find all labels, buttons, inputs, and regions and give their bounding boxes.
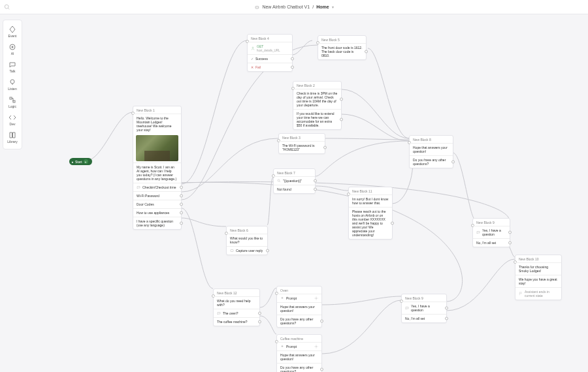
message-row[interactable]: If you would like to extend your time he… [293,109,341,129]
choice-row[interactable]: Wi-Fi Password [133,191,181,200]
svg-rect-14 [231,250,233,252]
block-7[interactable]: New Block 7 "{{question}}" Not found [273,168,316,194]
message-row[interactable]: Do you have any other questions? [277,315,321,327]
search-icon [277,179,281,183]
capture-row[interactable]: Capture user reply [227,246,267,255]
block-5[interactable]: New Block 5 The front door code is 1612.… [318,35,367,60]
search-icon[interactable] [4,4,10,10]
logic-icon [8,96,16,104]
block-title: New Block 9 [402,294,446,302]
api-get-row[interactable]: GEThost_details_URL [248,42,292,54]
fail-row[interactable]: ✕Fail [248,63,292,71]
svg-point-11 [252,47,253,48]
block-oven[interactable]: Oven Prompt Hope that answers your quest… [276,286,322,328]
message-row[interactable]: My name is Scott. I am an AI agent, how … [133,163,181,183]
query-row[interactable]: "{{question}}" [274,176,315,185]
svg-point-16 [316,346,317,347]
block-9[interactable]: New Block 9 Yes, I have a question No, I… [472,218,510,247]
choice-row[interactable]: I have a specific question (use any lang… [133,217,181,229]
settings-icon[interactable] [314,345,318,349]
bubble-icon [476,230,480,234]
notfound-row[interactable]: Not found [274,185,315,193]
message-row[interactable]: The front door code is 1612. The back do… [318,43,366,59]
sidebar-item-logic[interactable]: Logic [3,93,22,111]
block-title: New Block 10 [515,255,561,262]
block-12[interactable]: New Block 12 What do you need help with?… [213,288,260,326]
message-row[interactable]: Do you have any other questions? [277,363,321,372]
block-title: New Block 4 [248,35,292,42]
flow-canvas[interactable]: ▸ Start + New Block 1 Hello. Welcome to … [25,14,588,372]
choice-row[interactable]: Door Codes [133,200,181,208]
message-row[interactable]: Im sorry! But I dont know how to answer … [349,194,392,207]
play-icon: ▸ [72,160,74,164]
message-row[interactable]: Hope that answers your question! [277,350,321,363]
message-row[interactable]: The Wi-Fi password is "HOME123" [279,141,325,153]
prompt-row[interactable]: Prompt [277,294,321,302]
message-row[interactable]: Hope that answers your question! [277,302,321,315]
plus-icon[interactable]: + [84,159,88,164]
sidebar-item-talk[interactable]: Talk [3,58,22,76]
message-row[interactable]: We hope you have a great stay! [515,275,561,287]
user-icon [251,46,255,50]
message-row[interactable]: Hope that answers your question! [410,143,453,155]
svg-line-13 [280,181,281,183]
block-10[interactable]: New Block 10 Thanks for choosing Smoky L… [515,255,562,300]
svg-point-3 [256,7,257,8]
breadcrumb-page[interactable]: Home [316,5,329,9]
block-3[interactable]: New Block 3 The Wi-Fi password is "HOME1… [278,133,325,154]
message-row[interactable]: Check in time is 3PM on the day of your … [293,89,341,109]
dev-icon [8,114,16,121]
choice-row[interactable]: No, I'm all set [402,314,446,322]
choice-row[interactable]: Checkin/Checkout time [133,183,181,191]
success-row[interactable]: ✓Success [248,54,292,63]
choice-row[interactable]: The oven? [214,309,259,317]
block-4[interactable]: New Block 4 GEThost_details_URL ✓Success… [247,34,293,72]
svg-rect-9 [10,97,12,99]
settings-icon[interactable] [314,296,318,300]
block-6[interactable]: New Block 6 What would you like to know?… [226,226,268,255]
message-row[interactable]: Thanks for choosing Smoky Lodges! [515,262,561,275]
choice-row[interactable]: The coffee machine? [214,317,259,326]
library-icon [8,131,16,139]
message-row[interactable]: What do you need help with? [214,296,259,309]
svg-line-1 [8,8,9,9]
block-2[interactable]: New Block 2 Check in time is 3PM on the … [293,81,342,130]
choice-row[interactable]: Yes, I have a question [402,302,446,314]
listen-icon [8,78,16,86]
message-row[interactable]: Hello. Welcome to the Mountain Lodges! t… [133,114,181,134]
sidebar-item-dev[interactable]: Dev [3,111,22,129]
block-1[interactable]: New Block 1 Hello. Welcome to the Mounta… [133,106,182,230]
sparkle-icon [280,345,284,349]
block-9b[interactable]: New Block 9 Yes, I have a question No, I… [401,294,447,323]
block-11[interactable]: New Block 11 Im sorry! But I dont know h… [348,187,393,240]
chevron-down-icon[interactable]: ▾ [332,5,334,9]
svg-point-15 [316,298,317,299]
start-node[interactable]: ▸ Start + [69,158,92,165]
choice-row[interactable]: How to use appliances [133,208,181,217]
block-title: New Block 12 [214,289,259,296]
block-title: New Block 7 [274,169,315,176]
sidebar-item-listen[interactable]: Listen [3,76,22,93]
block-title: New Block 11 [349,187,392,194]
end-row[interactable]: Assistant ends in current state [515,287,561,300]
message-row[interactable]: What would you like to know? [227,234,267,246]
sidebar-item-event[interactable]: Event [3,23,22,40]
bubble-icon [217,311,221,315]
svg-point-7 [12,46,14,48]
block-title: New Block 5 [318,36,366,43]
bubble-icon [137,185,140,189]
tool-sidebar: Event AI Talk Listen Logic Dev Library [3,20,22,149]
block-8[interactable]: New Block 8 Hope that answers your quest… [409,135,453,168]
sidebar-item-library[interactable]: Library [3,129,22,146]
sidebar-item-ai[interactable]: AI [3,40,22,58]
message-row[interactable]: Please reach out to the hosts on Airbnb … [349,207,392,239]
prompt-row[interactable]: Prompt [277,342,321,350]
breadcrumb: New Airbnb Chatbot V1 / Home ▾ [254,5,333,10]
block-title: New Block 1 [133,106,181,114]
block-coffee[interactable]: Coffee machine Prompt Hope that answers … [276,334,322,372]
choice-row[interactable]: No, I'm all set [473,238,510,247]
message-row[interactable]: Do you have any other questions? [410,155,453,168]
svg-point-8 [10,80,14,84]
breadcrumb-project[interactable]: New Airbnb Chatbot V1 [262,5,310,9]
choice-row[interactable]: Yes, I have a question [473,226,510,238]
